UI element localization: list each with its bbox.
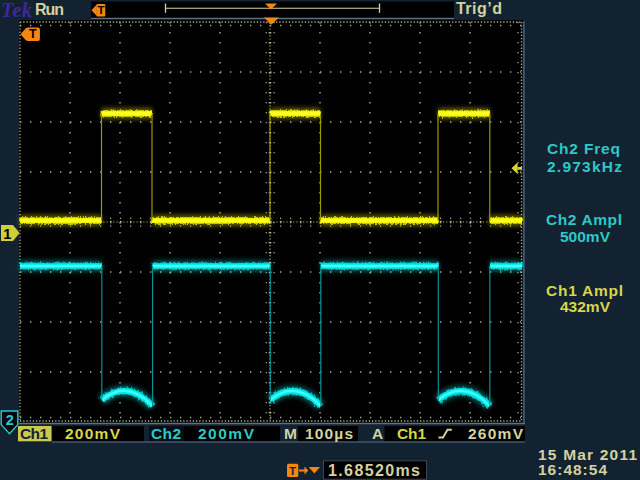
svg-text:200mV: 200mV [198,425,255,442]
svg-text:Ch1: Ch1 [20,425,48,442]
svg-text:T: T [97,4,104,16]
svg-text:Ch2: Ch2 [151,425,181,442]
svg-text:Ch2 Freq: Ch2 Freq [547,140,620,157]
svg-text:2.973kHz: 2.973kHz [547,158,622,175]
svg-text:2: 2 [6,412,14,428]
svg-text:Trig’d: Trig’d [456,0,502,17]
svg-text:100µs: 100µs [305,425,353,442]
svg-text:T: T [289,465,296,477]
svg-text:432mV: 432mV [560,298,611,315]
svg-text:A: A [372,425,383,442]
svg-text:M: M [284,425,297,442]
svg-text:200mV: 200mV [65,425,121,442]
svg-text:Tek: Tek [1,0,33,21]
svg-text:260mV: 260mV [468,425,524,442]
svg-text:Ch1 Ampl: Ch1 Ampl [546,282,623,299]
svg-text:1.68520ms: 1.68520ms [328,462,420,479]
svg-text:T: T [29,27,37,41]
svg-text:Ch1: Ch1 [397,425,426,442]
svg-text:Run: Run [35,1,64,18]
svg-text:16:48:54: 16:48:54 [538,461,607,478]
svg-text:Ch2 Ampl: Ch2 Ampl [546,211,622,228]
svg-text:500mV: 500mV [560,228,611,245]
svg-text:1: 1 [3,226,11,242]
